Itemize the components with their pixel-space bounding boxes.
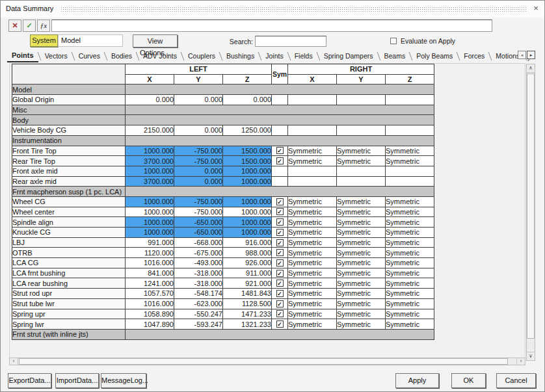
left-x-cell[interactable]: 991.000 bbox=[126, 237, 174, 248]
right-x-cell[interactable]: Symmetric bbox=[288, 196, 337, 207]
sym-cell[interactable]: ✓ bbox=[272, 258, 288, 268]
right-z-cell[interactable] bbox=[386, 166, 434, 176]
right-x-cell[interactable]: Symmetric bbox=[288, 319, 337, 330]
left-x-cell[interactable]: 1000.000 bbox=[126, 196, 174, 207]
right-z-cell[interactable]: Symmetric bbox=[386, 156, 434, 166]
right-y-cell[interactable] bbox=[337, 95, 386, 105]
right-y-cell[interactable] bbox=[337, 166, 386, 176]
left-y-cell[interactable]: -750.000 bbox=[174, 156, 223, 166]
right-y-cell[interactable]: Symmetric bbox=[337, 278, 386, 289]
left-z-cell[interactable]: 1000.000 bbox=[223, 176, 272, 187]
right-x-cell[interactable]: Symmetric bbox=[288, 228, 337, 238]
right-z-cell[interactable]: Symmetric bbox=[386, 207, 434, 217]
symmetric-checkbox[interactable]: ✓ bbox=[276, 259, 284, 267]
left-z-cell[interactable]: 911.000 bbox=[223, 268, 272, 278]
message-log-button[interactable]: MessageLog... bbox=[101, 373, 146, 388]
left-y-cell[interactable]: -668.000 bbox=[174, 237, 223, 248]
right-y-cell[interactable]: Symmetric bbox=[337, 196, 386, 207]
left-z-cell[interactable]: 921.000 bbox=[223, 278, 272, 289]
right-z-cell[interactable]: Symmetric bbox=[386, 268, 434, 278]
expression-cancel-button[interactable]: ✕ bbox=[8, 20, 21, 32]
left-x-cell[interactable]: 1120.000 bbox=[126, 248, 174, 258]
right-y-cell[interactable]: Symmetric bbox=[337, 319, 386, 330]
left-x-cell[interactable]: 1000.000 bbox=[126, 166, 174, 176]
left-z-cell[interactable]: 1000.000 bbox=[223, 217, 272, 228]
left-z-cell[interactable]: 1481.843 bbox=[223, 289, 272, 299]
symmetric-checkbox[interactable]: ✓ bbox=[276, 280, 284, 287]
left-y-cell[interactable]: -493.000 bbox=[174, 258, 223, 268]
scroll-down-icon[interactable]: ∨ bbox=[527, 352, 535, 360]
right-y-cell[interactable]: Symmetric bbox=[337, 289, 386, 299]
close-icon[interactable]: × bbox=[531, 3, 541, 14]
left-x-cell[interactable]: 1000.000 bbox=[126, 207, 174, 217]
symmetric-checkbox[interactable]: ✓ bbox=[276, 239, 284, 246]
left-x-cell[interactable]: 1000.000 bbox=[126, 146, 174, 156]
left-z-cell[interactable]: 926.000 bbox=[223, 258, 272, 268]
sym-cell[interactable]: ✓ bbox=[272, 289, 288, 299]
left-x-cell[interactable]: 3700.000 bbox=[126, 156, 174, 166]
left-z-cell[interactable]: 1000.000 bbox=[223, 207, 272, 217]
tab-vectors[interactable]: Vectors bbox=[40, 51, 72, 62]
scroll-left-icon[interactable]: ‹ bbox=[10, 358, 18, 365]
import-data-button[interactable]: ImportData... bbox=[55, 373, 99, 388]
symmetric-checkbox[interactable]: ✓ bbox=[276, 270, 284, 277]
right-z-cell[interactable]: Symmetric bbox=[386, 258, 434, 268]
left-x-cell[interactable]: 1016.000 bbox=[126, 298, 174, 309]
tab-poly-beams[interactable]: Poly Beams bbox=[412, 51, 457, 62]
right-x-cell[interactable]: Symmetric bbox=[288, 156, 337, 166]
left-z-cell[interactable]: 1000.000 bbox=[223, 196, 272, 207]
tab-couplers[interactable]: Couplers bbox=[183, 51, 220, 62]
evaluate-on-apply-checkbox[interactable] bbox=[390, 38, 397, 44]
sym-cell[interactable]: ✓ bbox=[272, 248, 288, 258]
symmetric-checkbox[interactable]: ✓ bbox=[276, 147, 284, 154]
tab-bodies[interactable]: Bodies bbox=[107, 51, 137, 62]
tab-scroll-left-icon[interactable]: ◂ bbox=[518, 51, 526, 59]
symmetric-checkbox[interactable]: ✓ bbox=[276, 290, 284, 297]
right-y-cell[interactable]: Symmetric bbox=[337, 146, 386, 156]
left-x-cell[interactable]: 1016.000 bbox=[126, 258, 174, 268]
left-x-cell[interactable]: 1047.890 bbox=[126, 319, 174, 330]
left-y-cell[interactable]: -750.000 bbox=[174, 207, 223, 217]
vertical-scrollbar[interactable]: ∧ ∨ bbox=[526, 64, 535, 361]
right-z-cell[interactable]: Symmetric bbox=[386, 248, 434, 258]
right-x-cell[interactable] bbox=[288, 176, 337, 187]
right-y-cell[interactable]: Symmetric bbox=[337, 228, 386, 238]
tab-scroll-right-icon[interactable]: ▸ bbox=[527, 51, 535, 59]
system-button[interactable]: System bbox=[30, 34, 58, 47]
right-z-cell[interactable]: Symmetric bbox=[386, 319, 434, 330]
sym-cell[interactable]: ✓ bbox=[272, 268, 288, 278]
right-x-cell[interactable]: Symmetric bbox=[288, 258, 337, 268]
right-y-cell[interactable]: Symmetric bbox=[337, 258, 386, 268]
right-y-cell[interactable]: Symmetric bbox=[337, 217, 386, 228]
left-z-cell[interactable]: 1128.500 bbox=[223, 298, 272, 309]
left-y-cell[interactable]: -318.000 bbox=[174, 268, 223, 278]
left-z-cell[interactable]: 1250.000 bbox=[223, 125, 272, 136]
left-x-cell[interactable]: 1241.000 bbox=[126, 278, 174, 289]
left-x-cell[interactable]: 3700.000 bbox=[126, 176, 174, 187]
right-x-cell[interactable]: Symmetric bbox=[288, 237, 337, 248]
right-x-cell[interactable]: Symmetric bbox=[288, 268, 337, 278]
right-x-cell[interactable]: Symmetric bbox=[288, 278, 337, 289]
symmetric-checkbox[interactable]: ✓ bbox=[276, 198, 284, 205]
sym-cell[interactable]: ✓ bbox=[272, 228, 288, 238]
expression-input[interactable] bbox=[51, 20, 492, 32]
cancel-button[interactable]: Cancel bbox=[496, 373, 536, 388]
right-x-cell[interactable]: Symmetric bbox=[288, 207, 337, 217]
right-z-cell[interactable]: Symmetric bbox=[386, 217, 434, 228]
sym-cell[interactable]: ✓ bbox=[272, 309, 288, 319]
left-y-cell[interactable]: -650.000 bbox=[174, 217, 223, 228]
left-y-cell[interactable]: -623.000 bbox=[174, 298, 223, 309]
tab-adv-joints[interactable]: ADV Joints bbox=[139, 51, 181, 62]
right-z-cell[interactable] bbox=[386, 125, 434, 136]
right-y-cell[interactable]: Symmetric bbox=[337, 309, 386, 319]
symmetric-checkbox[interactable]: ✓ bbox=[276, 300, 284, 307]
right-y-cell[interactable] bbox=[337, 176, 386, 187]
vertical-scrollbar-thumb[interactable] bbox=[527, 73, 535, 339]
symmetric-checkbox[interactable]: ✓ bbox=[276, 320, 284, 328]
sym-cell[interactable]: ✓ bbox=[272, 156, 288, 166]
ok-button[interactable]: OK bbox=[451, 373, 486, 388]
tab-spring-dampers[interactable]: Spring Dampers bbox=[319, 51, 378, 62]
tab-points[interactable]: Points bbox=[7, 50, 38, 62]
scroll-up-icon[interactable]: ∧ bbox=[527, 64, 535, 73]
horizontal-scrollbar-thumb[interactable] bbox=[19, 358, 508, 365]
